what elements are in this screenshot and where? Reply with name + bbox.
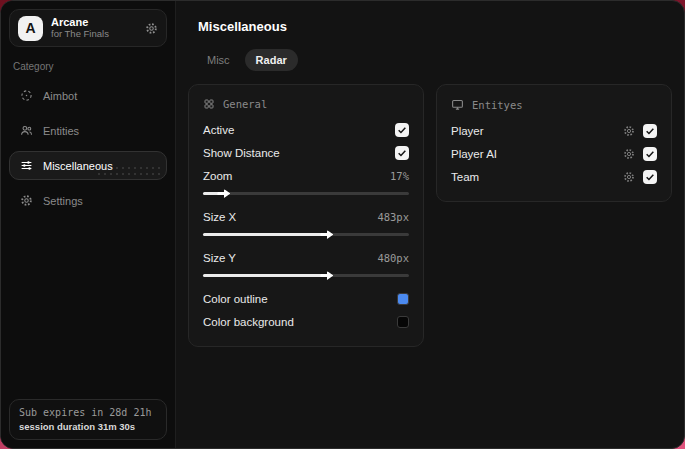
check-icon xyxy=(397,125,407,135)
general-panel: General Active Show Distance xyxy=(188,84,424,347)
color-label: Color background xyxy=(203,316,294,328)
slider-thumb[interactable] xyxy=(320,230,333,239)
session-duration-text: session duration 31m 30s xyxy=(19,421,157,432)
crosshair-icon xyxy=(20,89,33,102)
sidebar-item-label: Aimbot xyxy=(43,90,77,102)
player-ai-checkbox[interactable] xyxy=(643,147,657,161)
sidebar-item-settings[interactable]: Settings xyxy=(9,186,167,215)
sidebar-item-miscellaneous[interactable]: Miscellaneous xyxy=(9,151,167,180)
sidebar-item-entities[interactable]: Entities xyxy=(9,116,167,145)
slider-label: Size Y xyxy=(203,252,236,264)
page-title: Miscellaneous xyxy=(198,19,672,34)
gear-icon[interactable] xyxy=(623,171,635,183)
check-icon xyxy=(645,149,655,159)
entity-label: Player AI xyxy=(451,148,497,160)
toggle-label: Show Distance xyxy=(203,147,280,159)
toggle-label: Active xyxy=(203,124,234,136)
toggle-row-active: Active xyxy=(203,119,409,141)
slider-value: 483px xyxy=(377,211,409,223)
gear-icon xyxy=(20,194,33,207)
app-header-card: A Arcane for The Finals xyxy=(9,9,167,47)
app-subtitle: for The Finals xyxy=(51,29,109,40)
general-panel-title: General xyxy=(223,98,267,110)
color-background-swatch[interactable] xyxy=(397,316,409,328)
entities-panel-header: Entityes xyxy=(451,98,657,111)
zoom-slider-group: Zoom 17% xyxy=(203,165,409,195)
category-label: Category xyxy=(13,61,163,72)
toggle-row-show-distance: Show Distance xyxy=(203,142,409,164)
color-outline-row: Color outline xyxy=(203,288,409,310)
tab-bar: Misc Radar xyxy=(196,49,672,71)
entity-row-player: Player xyxy=(451,120,657,142)
player-checkbox[interactable] xyxy=(643,124,657,138)
entity-row-player-ai: Player AI xyxy=(451,143,657,165)
color-background-row: Color background xyxy=(203,311,409,333)
slider-label-row: Size Y 480px xyxy=(203,247,409,269)
gear-icon[interactable] xyxy=(623,125,635,137)
gear-icon[interactable] xyxy=(623,148,635,160)
app-logo: A xyxy=(18,16,43,41)
entities-panel-title: Entityes xyxy=(472,99,523,111)
sliders-icon xyxy=(20,159,33,172)
slider-thumb[interactable] xyxy=(217,189,230,198)
slider-label-row: Size X 483px xyxy=(203,206,409,228)
size-x-slider-group: Size X 483px xyxy=(203,206,409,236)
color-outline-swatch[interactable] xyxy=(397,293,409,305)
sidebar-item-label: Entities xyxy=(43,125,79,137)
active-checkbox[interactable] xyxy=(395,123,409,137)
tab-radar[interactable]: Radar xyxy=(245,49,298,71)
check-icon xyxy=(645,126,655,136)
subscription-card: Sub expires in 28d 21h session duration … xyxy=(9,399,167,440)
sub-expires-text: Sub expires in 28d 21h xyxy=(19,407,157,418)
team-checkbox[interactable] xyxy=(643,170,657,184)
entities-panel: Entityes Player xyxy=(436,84,672,202)
slider-fill xyxy=(203,233,322,236)
check-icon xyxy=(645,172,655,182)
size-y-slider-group: Size Y 480px xyxy=(203,247,409,277)
slider-value: 480px xyxy=(377,252,409,264)
sidebar-item-aimbot[interactable]: Aimbot xyxy=(9,81,167,110)
users-icon xyxy=(20,124,33,137)
entity-label: Team xyxy=(451,171,479,183)
slider-label: Zoom xyxy=(203,170,232,182)
sidebar-item-label: Settings xyxy=(43,195,83,207)
size-x-slider[interactable] xyxy=(203,233,409,236)
slider-fill xyxy=(203,274,322,277)
app-title: Arcane xyxy=(51,16,109,29)
entity-row-team: Team xyxy=(451,166,657,188)
slider-value: 17% xyxy=(390,170,409,182)
app-meta: Arcane for The Finals xyxy=(51,16,109,40)
main-content: Miscellaneous Misc Radar Gene xyxy=(176,1,684,448)
app-window: A Arcane for The Finals Category Aimbot xyxy=(0,0,685,449)
color-label: Color outline xyxy=(203,293,268,305)
entity-label: Player xyxy=(451,125,484,137)
zoom-slider[interactable] xyxy=(203,192,409,195)
gear-icon[interactable] xyxy=(145,22,158,35)
slider-fill xyxy=(203,192,219,195)
sidebar-item-label: Miscellaneous xyxy=(43,160,113,172)
sidebar: A Arcane for The Finals Category Aimbot xyxy=(1,1,176,448)
general-panel-header: General xyxy=(203,98,409,110)
slider-label-row: Zoom 17% xyxy=(203,165,409,187)
monitor-icon xyxy=(451,98,464,111)
grid-icon xyxy=(203,98,215,110)
check-icon xyxy=(397,148,407,158)
size-y-slider[interactable] xyxy=(203,274,409,277)
show-distance-checkbox[interactable] xyxy=(395,146,409,160)
slider-label: Size X xyxy=(203,211,236,223)
panels-row: General Active Show Distance xyxy=(188,84,672,347)
slider-thumb[interactable] xyxy=(320,271,333,280)
tab-misc[interactable]: Misc xyxy=(196,49,241,71)
